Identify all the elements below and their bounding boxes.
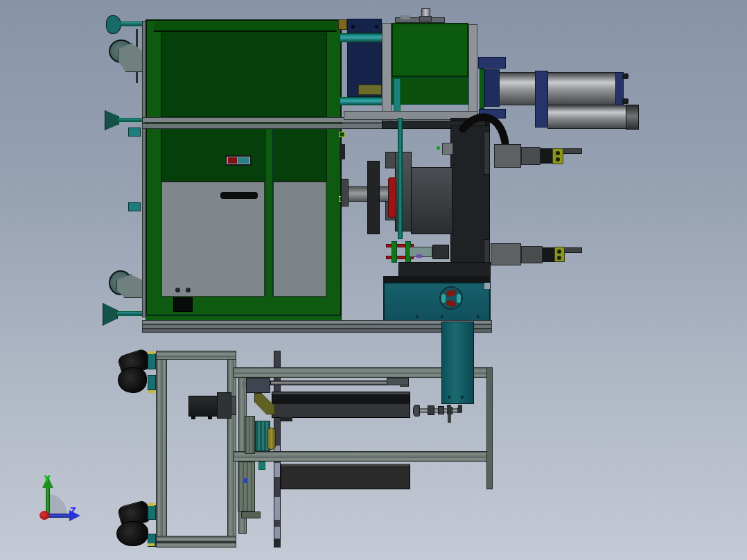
- top-valve-cap: [419, 16, 432, 21]
- indexer-lobe-teal: [457, 294, 461, 303]
- gripper-upper-mid: [521, 147, 541, 165]
- fiducial-marker: [339, 132, 345, 137]
- gripper-upper-block[interactable]: [494, 144, 521, 168]
- door-handle-slot[interactable]: [220, 192, 258, 199]
- box-screw: [416, 315, 419, 318]
- frame-caster-top-b[interactable]: [118, 367, 147, 393]
- hopper-box[interactable]: [392, 23, 468, 77]
- mount-green-strip: [480, 69, 484, 109]
- plate-stack: [245, 416, 255, 454]
- cylinder-mount-block: [484, 69, 500, 107]
- caster-plate: [148, 375, 156, 390]
- column-segment-light: [274, 497, 280, 520]
- motor-flange: [217, 392, 231, 419]
- cabinet-cross-rail: [142, 123, 392, 129]
- support-column-teal[interactable]: [441, 322, 474, 404]
- frame-long-rail-lower[interactable]: [234, 451, 492, 462]
- caster-plate: [148, 353, 156, 369]
- indicator-teal-segment: [238, 157, 249, 164]
- caster-plate: [148, 505, 156, 520]
- olive-plate: [358, 85, 382, 95]
- column-pin: [447, 405, 451, 414]
- gripper-lower-neck: [543, 247, 554, 262]
- pneumatic-cylinder-lower[interactable]: [547, 105, 626, 129]
- frame-nub-1: [128, 128, 141, 137]
- gripper-lower-block[interactable]: [491, 243, 521, 265]
- cylinder-end-cap: [626, 105, 639, 130]
- drum-body-mid[interactable]: [411, 167, 452, 234]
- column-pin-long: [448, 414, 451, 423]
- column-plate-left: [382, 23, 392, 124]
- frame-post-mid[interactable]: [227, 351, 236, 548]
- caster-bolt-yellow: [148, 503, 155, 506]
- hopper-underpanel: [392, 77, 468, 105]
- boss-upper: [385, 152, 396, 168]
- guide-rod-upper: [340, 33, 383, 42]
- gripper-upper-neck: [541, 148, 552, 164]
- top-fitting-block: [401, 15, 410, 19]
- caster-bolt-yellow: [148, 351, 155, 354]
- stepper-motor[interactable]: [188, 396, 218, 417]
- stack-blue-dot: [244, 478, 247, 483]
- x-axis-origin-dot: [39, 511, 49, 520]
- end-bolt: [622, 73, 629, 79]
- clamp-purple-bit: [416, 254, 422, 258]
- coupling-cone: [413, 405, 420, 417]
- teal-pin: [258, 462, 265, 470]
- indexer-box[interactable]: [383, 282, 491, 322]
- frame-caster-bottom-b[interactable]: [116, 521, 148, 546]
- lower-conveyor-box[interactable]: [281, 464, 410, 489]
- clamp-bar-green: [392, 241, 397, 263]
- y-axis-label: Y: [44, 474, 50, 484]
- cad-viewport[interactable]: Y Z: [0, 0, 747, 560]
- leveling-foot-mid[interactable]: [105, 110, 119, 130]
- frame-bottom-rail: [156, 542, 236, 548]
- coupling-knurl: [438, 406, 444, 414]
- cabinet-panel-gray-right[interactable]: [273, 182, 326, 297]
- cabinet-mullion: [265, 130, 273, 297]
- coupling-red-ring: [388, 177, 396, 218]
- frame-post-right-end: [486, 367, 493, 489]
- stack-foot: [241, 511, 261, 518]
- column-segment-light: [274, 527, 280, 539]
- tip-hole: [556, 157, 560, 161]
- drum-cable-hose: [450, 104, 534, 152]
- cabinet-door-upper[interactable]: [161, 33, 327, 117]
- frame-top-rail: [156, 351, 236, 360]
- linear-actuator-body[interactable]: [272, 392, 410, 418]
- leveling-foot-bottom[interactable]: [103, 303, 118, 326]
- guide-rod-lower: [340, 97, 383, 105]
- leveling-foot-top[interactable]: [106, 15, 121, 34]
- vent-screw: [175, 288, 180, 292]
- box-screw: [477, 315, 480, 318]
- hinge-bracket: [173, 297, 193, 312]
- frame-nub-2: [128, 202, 141, 211]
- end-bolt: [622, 98, 629, 104]
- support-plate-dark: [367, 161, 380, 234]
- column-end-cap: [274, 539, 281, 548]
- cylinder-band-mount: [535, 71, 548, 128]
- pneumatic-cylinder-upper[interactable]: [499, 72, 617, 105]
- motor-foot: [208, 416, 212, 419]
- gripper-lower-mid: [521, 246, 543, 263]
- latch-knob: [340, 144, 345, 159]
- z-axis-shaft: [49, 514, 70, 518]
- olive-cylinder: [267, 428, 276, 450]
- gripper-mount-plate: [484, 132, 490, 175]
- olive-fitting: [338, 19, 347, 30]
- column-segment-light: [274, 463, 280, 477]
- vent-screw: [186, 288, 191, 292]
- cabinet-top-bar: [154, 21, 337, 32]
- box-screw: [441, 315, 443, 318]
- shaft-hub: [341, 179, 349, 207]
- column-screw: [448, 396, 450, 399]
- motor-shaft-plate: [231, 396, 236, 415]
- column-screw: [461, 396, 464, 399]
- clamp-dark-block: [432, 245, 449, 259]
- frame-post-left[interactable]: [156, 351, 167, 548]
- tip-hole: [557, 256, 561, 260]
- drive-shaft-stub: [242, 382, 246, 388]
- motor-foot: [191, 416, 195, 419]
- coupling-knurl: [428, 405, 434, 415]
- drive-motor-block[interactable]: [246, 378, 270, 393]
